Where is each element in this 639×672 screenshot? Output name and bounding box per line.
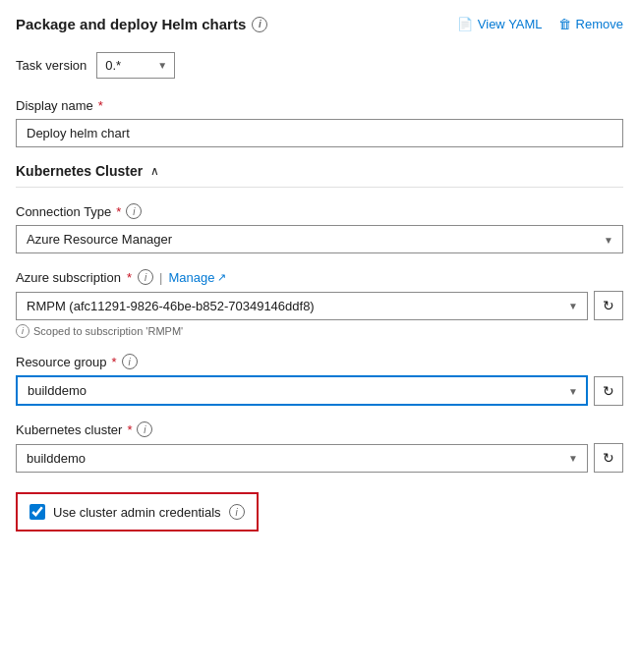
azure-subscription-group: Azure subscription * i | Manage ↗ RMPM (… [16,269,623,338]
view-yaml-link[interactable]: 📄 View YAML [457,17,543,31]
resource-group-dropdown-row: builddemo ▼ ↻ [16,375,623,406]
admin-credentials-section: Use cluster admin credentials i [16,488,623,532]
azure-subscription-dropdown-wrapper: RMPM (afc11291-9826-46be-b852-70349146dd… [16,292,588,320]
task-version-wrapper: 0.* 1.* ▼ [96,52,175,79]
remove-link[interactable]: 🗑 Remove [558,17,623,31]
view-yaml-label: View YAML [478,17,543,31]
kubernetes-cluster-label: Kubernetes cluster [16,422,122,437]
kubernetes-cluster-title: Kubernetes Cluster [16,163,143,179]
external-link-icon: ↗ [217,271,226,284]
page-title: Package and deploy Helm charts i [16,16,267,32]
resource-group-required: * [112,355,117,369]
kubernetes-cluster-dropdown-row: builddemo ▼ ↻ [16,443,623,473]
scoped-info-icon: i [16,324,29,338]
kubernetes-cluster-field-group: Kubernetes cluster * i builddemo ▼ ↻ [16,421,623,473]
admin-credentials-checkbox[interactable] [29,504,45,520]
resource-group-select[interactable]: builddemo [16,375,588,406]
connection-type-required: * [116,204,121,219]
display-name-input[interactable] [16,119,623,147]
resource-group-label: Resource group [16,355,107,369]
manage-link[interactable]: Manage ↗ [168,270,226,285]
kubernetes-cluster-section-header: Kubernetes Cluster ∧ [16,163,623,188]
page-header: Package and deploy Helm charts i 📄 View … [16,16,623,32]
resource-group-dropdown-wrapper: builddemo ▼ [16,375,588,406]
azure-subscription-refresh-button[interactable]: ↻ [594,291,623,320]
azure-subscription-label-row: Azure subscription * i | Manage ↗ [16,269,623,285]
connection-type-dropdown-wrapper: Azure Resource Manager Kubeconfig Servic… [16,225,623,253]
azure-subscription-select[interactable]: RMPM (afc11291-9826-46be-b852-70349146dd… [16,292,588,320]
admin-credentials-info-icon[interactable]: i [229,504,245,520]
resource-group-field-group: Resource group * i builddemo ▼ ↻ [16,354,623,406]
task-version-row: Task version 0.* 1.* ▼ [16,52,623,79]
kubernetes-cluster-toggle[interactable]: ∧ [150,164,159,178]
yaml-icon: 📄 [457,17,473,31]
resource-group-label-row: Resource group * i [16,354,623,369]
azure-subscription-label: Azure subscription [16,270,121,285]
connection-type-label: Connection Type [16,204,111,219]
remove-label: Remove [576,17,623,31]
task-version-select[interactable]: 0.* 1.* [96,52,175,79]
kubernetes-cluster-dropdown-wrapper: builddemo ▼ [16,444,588,473]
kubernetes-cluster-select[interactable]: builddemo [16,444,588,473]
admin-credentials-checkbox-section: Use cluster admin credentials i [16,492,259,532]
display-name-required: * [98,98,103,113]
azure-subscription-info-icon[interactable]: i [138,269,153,285]
connection-type-group: Connection Type * i Azure Resource Manag… [16,203,623,253]
admin-credentials-label[interactable]: Use cluster admin credentials [29,504,221,520]
kubernetes-cluster-refresh-button[interactable]: ↻ [594,443,623,473]
scoped-note: i Scoped to subscription 'RMPM' [16,324,623,338]
scoped-note-text: Scoped to subscription 'RMPM' [33,325,183,337]
manage-label: Manage [168,270,214,285]
resource-group-info-icon[interactable]: i [122,354,138,369]
kubernetes-cluster-info-icon[interactable]: i [137,421,152,437]
task-version-label: Task version [16,58,87,73]
display-name-label: Display name [16,98,93,113]
resource-group-refresh-button[interactable]: ↻ [594,376,623,406]
trash-icon: 🗑 [558,17,571,31]
azure-subscription-required: * [127,270,132,285]
connection-type-label-row: Connection Type * i [16,203,623,219]
kubernetes-cluster-label-row: Kubernetes cluster * i [16,421,623,437]
display-name-label-row: Display name * [16,98,623,113]
azure-subscription-dropdown-row: RMPM (afc11291-9826-46be-b852-70349146dd… [16,291,623,320]
title-text: Package and deploy Helm charts [16,16,246,32]
title-info-icon[interactable]: i [252,17,267,32]
admin-credentials-text: Use cluster admin credentials [53,505,221,520]
kubernetes-cluster-required: * [127,422,132,437]
pipe-separator: | [159,270,162,285]
display-name-group: Display name * [16,98,623,147]
connection-type-info-icon[interactable]: i [126,203,142,219]
header-actions: 📄 View YAML 🗑 Remove [457,17,623,31]
connection-type-select[interactable]: Azure Resource Manager Kubeconfig Servic… [16,225,623,253]
